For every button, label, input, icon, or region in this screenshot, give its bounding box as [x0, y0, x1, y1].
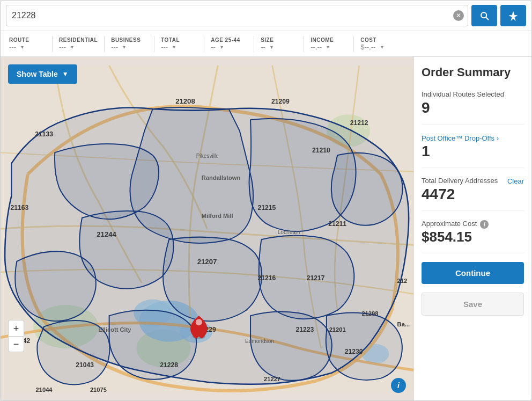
locate-button[interactable] — [500, 5, 526, 26]
filter-divider-7 — [353, 36, 354, 52]
show-table-button[interactable]: Show Table ▼ — [8, 64, 77, 84]
filter-divider-5 — [254, 36, 254, 52]
routes-value: 9 — [422, 99, 524, 116]
map-svg: 21208 21133 21209 21212 21163 21210 2124… — [1, 57, 413, 400]
main-content: 21208 21133 21209 21212 21163 21210 2124… — [1, 57, 531, 400]
locate-icon — [508, 10, 519, 21]
cost-section: Approximate Cost i $854.15 — [422, 220, 524, 253]
filter-cost-select[interactable]: $--,-- — [360, 43, 383, 51]
filter-route-select[interactable]: --- — [9, 43, 24, 51]
svg-text:21163: 21163 — [11, 204, 29, 212]
filter-total: TOTAL --- — [158, 35, 201, 53]
filter-route-label: ROUTE — [9, 37, 29, 43]
filter-size-select[interactable]: -- — [261, 43, 273, 51]
filter-age-select[interactable]: -- — [211, 43, 223, 51]
filter-divider-6 — [304, 36, 304, 52]
filter-divider-3 — [154, 36, 154, 52]
svg-text:21217: 21217 — [307, 274, 325, 282]
svg-text:Pikesville: Pikesville — [196, 153, 219, 159]
filter-income-select[interactable]: --,-- — [311, 43, 329, 51]
filter-divider-4 — [204, 36, 204, 52]
filters-bar: ROUTE --- RESIDENTIAL --- BUSINESS --- — [1, 31, 531, 57]
svg-text:21201: 21201 — [329, 327, 346, 333]
delivery-value: 4472 — [422, 186, 524, 203]
filter-age-label: AGE 25-44 — [211, 37, 240, 43]
svg-text:21211: 21211 — [328, 220, 346, 228]
svg-text:21216: 21216 — [258, 274, 276, 282]
svg-text:Lochearn: Lochearn — [278, 229, 300, 235]
svg-text:21208: 21208 — [175, 97, 195, 105]
svg-text:21075: 21075 — [90, 387, 107, 393]
filter-size-label: SIZE — [261, 37, 274, 43]
svg-text:21230: 21230 — [345, 348, 363, 355]
svg-text:Ellicott City: Ellicott City — [98, 327, 131, 333]
delivery-label: Total Delivery Addresses — [422, 177, 498, 185]
filter-divider-2 — [104, 36, 105, 52]
search-button[interactable] — [471, 5, 497, 26]
svg-text:21244: 21244 — [97, 230, 116, 238]
zoom-controls: + − — [8, 320, 24, 352]
svg-text:21298: 21298 — [361, 310, 378, 317]
delivery-label-row: Total Delivery Addresses Clear — [422, 177, 524, 186]
continue-button[interactable]: Continue — [422, 262, 524, 284]
sidebar: Order Summary Individual Routes Selected… — [413, 57, 531, 400]
svg-text:21215: 21215 — [258, 204, 276, 212]
cost-info-icon[interactable]: i — [480, 220, 489, 229]
svg-text:Edmondson: Edmondson — [245, 338, 274, 344]
svg-text:Randallstown: Randallstown — [202, 174, 241, 181]
app-container: ✕ ROUTE --- RESIDENTIAL — [0, 0, 532, 401]
filter-business: BUSINESS --- — [108, 35, 151, 53]
post-office-link[interactable]: Post Office™ Drop-Offs › — [422, 134, 499, 142]
svg-text:Ba...: Ba... — [397, 321, 410, 327]
post-office-section: Post Office™ Drop-Offs › 1 — [422, 133, 524, 168]
filter-business-select[interactable]: --- — [111, 43, 125, 51]
filter-total-label: TOTAL — [161, 37, 180, 43]
search-input-wrap: ✕ — [6, 5, 468, 26]
clear-search-button[interactable]: ✕ — [453, 10, 464, 21]
filter-residential-select[interactable]: --- — [59, 43, 73, 51]
svg-text:21043: 21043 — [76, 361, 94, 369]
show-table-label: Show Table — [17, 70, 58, 78]
filter-cost: COST $--,-- — [357, 35, 400, 53]
svg-text:21210: 21210 — [312, 147, 330, 154]
svg-text:21207: 21207 — [197, 258, 217, 266]
svg-text:Milford Mill: Milford Mill — [202, 213, 233, 219]
cost-value: $854.15 — [422, 229, 524, 245]
zoom-in-button[interactable]: + — [8, 320, 24, 336]
filter-income-label: INCOME — [311, 37, 334, 43]
filter-income: INCOME --,-- — [307, 35, 350, 53]
svg-text:21212: 21212 — [350, 120, 368, 127]
filter-total-select[interactable]: --- — [161, 43, 175, 51]
filter-age: AGE 25-44 -- — [208, 35, 250, 53]
search-input[interactable] — [6, 5, 468, 26]
order-summary-title: Order Summary — [422, 65, 524, 79]
map-area[interactable]: 21208 21133 21209 21212 21163 21210 2124… — [1, 57, 413, 400]
filter-route: ROUTE --- — [6, 35, 49, 53]
svg-text:21209: 21209 — [271, 98, 290, 105]
svg-text:21133: 21133 — [35, 130, 53, 138]
map-info-icon[interactable]: i — [391, 378, 406, 393]
svg-text:21227: 21227 — [264, 376, 280, 382]
svg-text:21228: 21228 — [160, 361, 178, 369]
search-icon — [479, 10, 490, 21]
svg-text:21223: 21223 — [295, 326, 314, 334]
routes-section: Individual Routes Selected 9 — [422, 90, 524, 125]
filter-cost-label: COST — [360, 37, 376, 43]
svg-text:212: 212 — [397, 278, 408, 284]
svg-text:21044: 21044 — [36, 387, 53, 393]
save-button: Save — [422, 293, 524, 316]
clear-link[interactable]: Clear — [507, 177, 524, 185]
routes-label: Individual Routes Selected — [422, 90, 524, 98]
chevron-down-icon: ▼ — [62, 70, 69, 78]
filter-residential-label: RESIDENTIAL — [59, 37, 98, 43]
delivery-section: Total Delivery Addresses Clear 4472 — [422, 177, 524, 211]
cost-label-row: Approximate Cost i — [422, 220, 524, 229]
filter-size: SIZE -- — [257, 35, 300, 53]
filter-business-label: BUSINESS — [111, 37, 141, 43]
post-office-value: 1 — [422, 143, 524, 160]
search-bar: ✕ — [1, 1, 531, 31]
svg-point-40 — [196, 319, 202, 325]
zoom-out-button[interactable]: − — [8, 336, 24, 352]
cost-label: Approximate Cost — [422, 220, 477, 228]
filter-divider-1 — [52, 36, 53, 52]
